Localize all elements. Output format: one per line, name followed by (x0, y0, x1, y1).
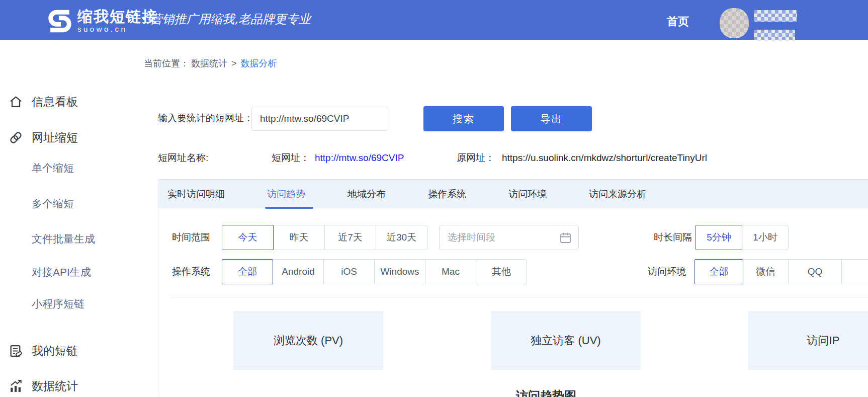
interval-option-5min[interactable]: 5分钟 (696, 225, 742, 250)
user-name-blurred-line1[interactable] (754, 10, 797, 22)
trend-chart-heading: 访问趋势图 (481, 388, 612, 397)
time-range-option-today[interactable]: 今天 (222, 225, 274, 250)
breadcrumb-section[interactable]: 数据统计 (191, 58, 227, 68)
tab-visit-source[interactable]: 访问来源分析 (589, 180, 646, 209)
interval-group: 5分钟 1小时 (696, 225, 789, 250)
os-option-windows[interactable]: Windows (374, 259, 425, 284)
breadcrumb-current[interactable]: 数据分析 (241, 58, 277, 68)
tab-visit-environment[interactable]: 访问环境 (508, 180, 547, 209)
calendar-icon (560, 232, 571, 244)
short-url-label: 短网址： (272, 152, 310, 163)
env-option-wechat[interactable]: 微信 (743, 259, 789, 284)
time-range-option-yesterday[interactable]: 昨天 (273, 225, 325, 250)
chart-icon (9, 379, 23, 393)
tab-bar: 实时访问明细 访问趋势 地域分布 操作系统 访问环境 访问来源分析 (158, 179, 868, 208)
short-url-row: 短网址：http://mtw.so/69CVIP (272, 152, 404, 164)
tab-region-distribution[interactable]: 地域分布 (348, 180, 386, 209)
stat-card-uv: 独立访客 (UV) (491, 311, 641, 370)
interval-label: 时长间隔 (654, 225, 692, 250)
nav-home-link[interactable]: 首页 (667, 14, 689, 29)
short-url-name-row: 短网址名称: (158, 152, 208, 164)
slogan-dot: · (142, 12, 146, 26)
short-url-input[interactable] (251, 107, 388, 131)
os-option-other[interactable]: 其他 (476, 259, 527, 284)
os-filter-label: 操作系统 (172, 259, 210, 284)
short-url-name-label: 短网址名称: (158, 152, 208, 163)
user-name-blurred-line2 (754, 30, 795, 41)
brand-slogan: ·营销推广用缩我,老品牌更专业 (142, 11, 311, 27)
user-avatar[interactable] (720, 8, 749, 38)
section-divider (170, 297, 868, 297)
stat-card-pv: 浏览次数 (PV) (233, 311, 383, 370)
doc-icon (9, 344, 23, 358)
app-header: 缩我短链接 suowo.cn ·营销推广用缩我,老品牌更专业 首页 (0, 0, 868, 40)
export-button[interactable]: 导出 (511, 106, 592, 131)
env-option-qq[interactable]: QQ (788, 259, 842, 284)
time-range-group: 今天 昨天 近7天 近30天 (222, 225, 427, 250)
brand-logo-icon (48, 10, 71, 33)
page: 缩我短链接 suowo.cn ·营销推广用缩我,老品牌更专业 首页 当前位置：数… (0, 0, 868, 397)
tab-visit-trend[interactable]: 访问趋势 (267, 180, 305, 209)
breadcrumb: 当前位置：数据统计>数据分析 (144, 57, 277, 69)
origin-url-row: 原网址：https://u.suolink.cn/mkdwz/shorturl/… (457, 152, 707, 164)
env-option-all[interactable]: 全部 (695, 259, 743, 284)
os-option-all[interactable]: 全部 (222, 259, 273, 284)
os-option-mac[interactable]: Mac (425, 259, 476, 284)
time-range-label: 时间范围 (172, 225, 210, 250)
home-icon (9, 95, 23, 109)
stat-card-ip: 访问IP (748, 311, 868, 370)
interval-option-1hour[interactable]: 1小时 (742, 225, 789, 250)
env-filter-label: 访问环境 (648, 259, 686, 284)
tab-operating-system[interactable]: 操作系统 (428, 180, 466, 209)
env-filter-group: 全部 微信 QQ (695, 259, 868, 284)
date-range-picker[interactable] (439, 225, 579, 250)
short-url-input-label: 输入要统计的短网址： (158, 106, 253, 131)
origin-url-value: https://u.suolink.cn/mkdwz/shorturl/crea… (502, 152, 707, 163)
breadcrumb-separator: > (231, 58, 237, 68)
os-option-ios[interactable]: iOS (323, 259, 375, 284)
origin-url-label: 原网址： (457, 152, 495, 163)
short-url-link[interactable]: http://mtw.so/69CVIP (315, 152, 404, 163)
env-option-partial[interactable] (841, 259, 868, 284)
search-button[interactable]: 搜索 (423, 106, 504, 131)
time-range-option-30days[interactable]: 近30天 (376, 225, 427, 250)
slogan-text: 营销推广用缩我,老品牌更专业 (150, 12, 311, 26)
statistics-panel: 实时访问明细 访问趋势 地域分布 操作系统 访问环境 访问来源分析 时间范围 今… (158, 179, 868, 397)
tab-realtime-detail[interactable]: 实时访问明细 (167, 180, 225, 209)
link-icon (9, 131, 23, 144)
os-filter-group: 全部 Android iOS Windows Mac 其他 (222, 259, 527, 284)
date-range-input[interactable] (448, 225, 553, 250)
os-option-android[interactable]: Android (273, 259, 324, 284)
breadcrumb-prefix: 当前位置： (144, 58, 189, 68)
time-range-option-7days[interactable]: 近7天 (324, 225, 376, 250)
